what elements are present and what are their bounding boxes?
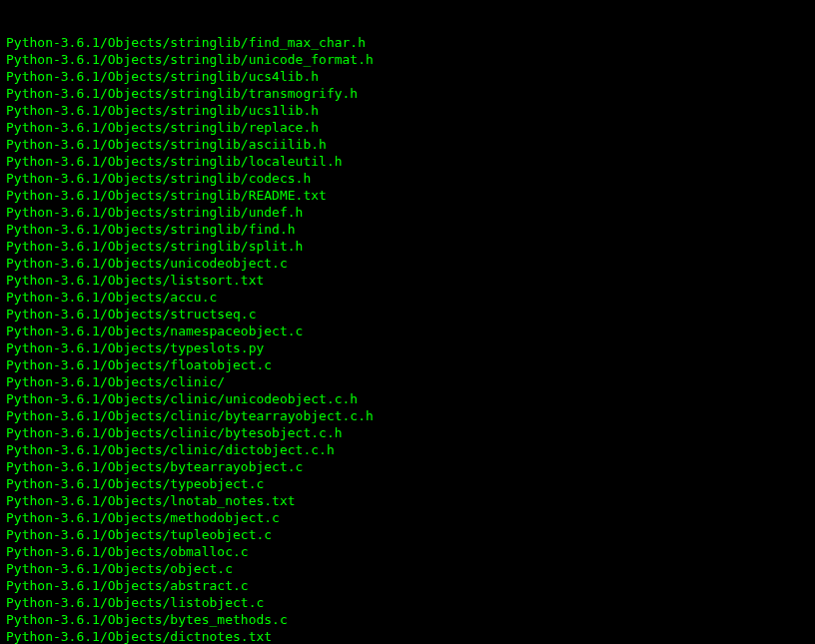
terminal-window[interactable]: Python-3.6.1/Objects/stringlib/find_max_…	[6, 0, 809, 644]
terminal-output-line: Python-3.6.1/Objects/abstract.c	[6, 577, 809, 594]
terminal-output-line: Python-3.6.1/Objects/listsort.txt	[6, 272, 809, 289]
terminal-output-line: Python-3.6.1/Objects/clinic/bytearrayobj…	[6, 407, 809, 424]
terminal-output-line: Python-3.6.1/Objects/stringlib/unicode_f…	[6, 51, 809, 68]
terminal-output-line: Python-3.6.1/Objects/unicodeobject.c	[6, 255, 809, 272]
terminal-output-line: Python-3.6.1/Objects/tupleobject.c	[6, 526, 809, 543]
terminal-output-line: Python-3.6.1/Objects/stringlib/ucs1lib.h	[6, 102, 809, 119]
terminal-output-line: Python-3.6.1/Objects/listobject.c	[6, 594, 809, 611]
terminal-output-line: Python-3.6.1/Objects/stringlib/README.tx…	[6, 187, 809, 204]
terminal-output-line: Python-3.6.1/Objects/stringlib/codecs.h	[6, 170, 809, 187]
terminal-output-line: Python-3.6.1/Objects/stringlib/transmogr…	[6, 85, 809, 102]
terminal-output-line: Python-3.6.1/Objects/namespaceobject.c	[6, 322, 809, 339]
terminal-output-line: Python-3.6.1/Objects/clinic/dictobject.c…	[6, 441, 809, 458]
terminal-output-line: Python-3.6.1/Objects/typeobject.c	[6, 475, 809, 492]
terminal-output-line: Python-3.6.1/Objects/typeslots.py	[6, 339, 809, 356]
terminal-output-line: Python-3.6.1/Objects/bytes_methods.c	[6, 611, 809, 628]
terminal-output-line: Python-3.6.1/Objects/structseq.c	[6, 306, 809, 322]
terminal-output-line: Python-3.6.1/Objects/stringlib/find.h	[6, 221, 809, 238]
terminal-output-line: Python-3.6.1/Objects/stringlib/replace.h	[6, 119, 809, 136]
terminal-output-line: Python-3.6.1/Objects/dictnotes.txt	[6, 628, 809, 644]
terminal-output-line: Python-3.6.1/Objects/lnotab_notes.txt	[6, 492, 809, 509]
terminal-output-line: Python-3.6.1/Objects/floatobject.c	[6, 356, 809, 373]
terminal-output-line: Python-3.6.1/Objects/stringlib/undef.h	[6, 204, 809, 221]
terminal-output-line: Python-3.6.1/Objects/stringlib/find_max_…	[6, 34, 809, 51]
terminal-output-line: Python-3.6.1/Objects/clinic/	[6, 373, 809, 390]
terminal-output-line: Python-3.6.1/Objects/obmalloc.c	[6, 543, 809, 560]
terminal-output-line: Python-3.6.1/Objects/stringlib/localeuti…	[6, 153, 809, 170]
terminal-output-line: Python-3.6.1/Objects/clinic/unicodeobjec…	[6, 390, 809, 407]
terminal-output-line: Python-3.6.1/Objects/stringlib/split.h	[6, 238, 809, 255]
terminal-output-line: Python-3.6.1/Objects/methodobject.c	[6, 509, 809, 526]
terminal-output-line: Python-3.6.1/Objects/stringlib/ucs4lib.h	[6, 68, 809, 85]
terminal-output-line: Python-3.6.1/Objects/bytearrayobject.c	[6, 458, 809, 475]
terminal-output-line: Python-3.6.1/Objects/stringlib/asciilib.…	[6, 136, 809, 153]
terminal-output-line: Python-3.6.1/Objects/object.c	[6, 560, 809, 577]
terminal-output-line: Python-3.6.1/Objects/clinic/bytesobject.…	[6, 424, 809, 441]
terminal-output-line: Python-3.6.1/Objects/accu.c	[6, 289, 809, 306]
